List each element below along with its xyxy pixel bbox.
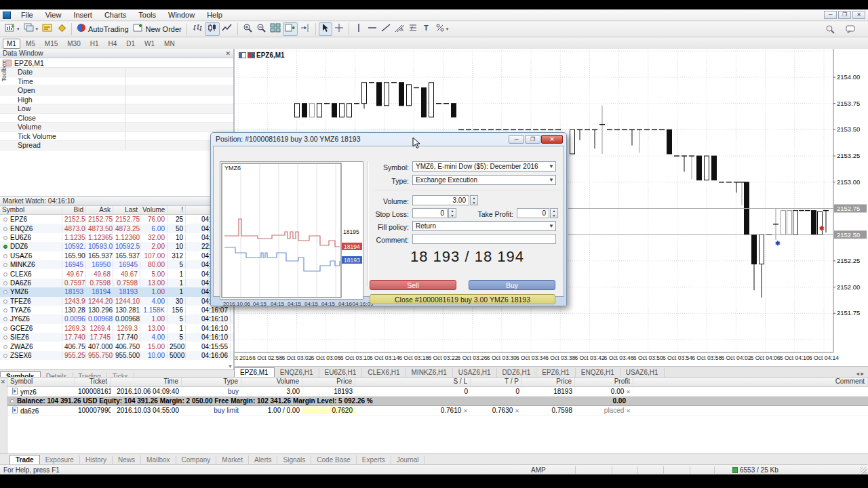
menu-file[interactable]: File [15, 10, 39, 20]
crosshair-button[interactable] [332, 22, 346, 36]
arrows-button[interactable]: ▾ [433, 22, 451, 36]
column-header-symbol[interactable]: Symbol [0, 206, 62, 214]
trade-table-row[interactable]: da6z610000799042016.10.03 04:55:00buy li… [7, 406, 868, 415]
stop-loss-input[interactable]: 0 [412, 208, 448, 218]
chart-tab-eu6z6h1[interactable]: EU6Z6,H1 [319, 368, 363, 377]
close-icon[interactable]: ✕ [852, 11, 865, 19]
line-chart-button[interactable] [220, 22, 235, 36]
stop-loss-stepper[interactable]: ▲▼ [448, 208, 456, 218]
timeframe-m1[interactable]: M1 [3, 39, 20, 49]
column-header-[interactable]: ! [167, 206, 186, 214]
chart-tab-ddz6h1[interactable]: DDZ6,H1 [497, 368, 537, 377]
minimize-icon[interactable]: ─ [824, 11, 837, 19]
trade-col-1[interactable]: Ticket [75, 378, 111, 386]
timeframe-m15[interactable]: M15 [41, 39, 62, 49]
buy-button[interactable]: Buy [469, 280, 555, 290]
market-watch-row[interactable]: DA6Z60.75970.75980.759813.00104:16:10 [0, 279, 233, 287]
close-icon[interactable]: ✕ [225, 50, 231, 57]
chart-tab-epz6m1[interactable]: EPZ6,M1 [234, 367, 275, 377]
toolbox-vertical-label[interactable]: Toolbox [1, 58, 7, 85]
autotrading-button[interactable]: AutoTrading [75, 22, 131, 36]
candles-button[interactable] [205, 22, 220, 36]
toolbox-tab-company[interactable]: Company [176, 455, 217, 464]
timeframe-m5[interactable]: M5 [22, 39, 39, 49]
toolbox-tab-news[interactable]: News [113, 455, 141, 464]
timeframe-w1[interactable]: W1 [140, 39, 159, 49]
chart-tab-usaz6h1[interactable]: USAZ6,H1 [620, 368, 665, 377]
hline-button[interactable] [366, 22, 379, 36]
volume-input[interactable]: 3.00 [412, 195, 469, 205]
trade-table-row[interactable]: ymz610000816192016.10.06 04:09:40buy3.00… [7, 387, 868, 396]
close-icon[interactable]: ✕ [515, 408, 519, 414]
favorites-button[interactable] [55, 22, 68, 36]
market-watch-row[interactable]: GCEZ61269.31269.41269.313.00104:16:10 [0, 324, 233, 333]
comment-input[interactable] [412, 234, 556, 244]
chart-tab-usaz6h1[interactable]: USAZ6,H1 [453, 368, 497, 377]
symbol-select[interactable]: YMZ6, E-mini Dow ($5): December 2016 ▼ [412, 161, 556, 171]
close-icon[interactable]: ✕ [1, 379, 5, 385]
trade-col-2[interactable]: Time [111, 378, 182, 386]
market-watch-row[interactable]: SIEZ617.74017.74517.7404.00504:16:10 [0, 333, 233, 342]
take-profit-input[interactable]: 0 [517, 208, 549, 218]
market-watch-row[interactable]: ZSEX6955.2500955.7500955.500010.00500004… [0, 351, 233, 360]
sell-button[interactable]: Sell [370, 280, 456, 290]
market-watch-row[interactable]: TFEZ61243.901244.201244.104.003004:16:07 [0, 297, 233, 306]
trade-col-8[interactable]: Price [522, 378, 575, 386]
trade-col-9[interactable]: Profit [575, 378, 633, 386]
market-watch-row[interactable]: JY6Z60.00968850.00968900.00968801.00504:… [0, 314, 233, 323]
menu-charts[interactable]: Charts [98, 10, 132, 20]
column-header-ask[interactable]: Ask [86, 206, 113, 214]
close-position-button[interactable]: Close #1000081619 buy 3.00 YMZ6 18193 [370, 294, 555, 304]
toolbox-tab-journal[interactable]: Journal [391, 455, 425, 464]
market-watch-row[interactable]: MINKZ616945169501694580.00504:16:08 [0, 260, 233, 269]
market-watch-row[interactable]: ZWAZ6406.7500407.0000406.750015.00250004… [0, 342, 233, 350]
trade-col-7[interactable]: T / P [471, 378, 522, 386]
close-icon[interactable]: ✕ [626, 408, 631, 414]
trade-col-0[interactable]: Symbol [7, 378, 75, 386]
close-icon[interactable]: ✕ [626, 389, 631, 395]
menu-tools[interactable]: Tools [132, 10, 162, 20]
menu-view[interactable]: View [39, 10, 68, 20]
chart-tab-clex6h1[interactable]: CLEX6,H1 [362, 368, 406, 377]
market-watch-row[interactable]: CLEX649.6749.6849.675.00104:16:09 [0, 269, 233, 278]
toolbox-tab-experts[interactable]: Experts [357, 455, 391, 464]
chart-shift-button[interactable] [298, 22, 313, 36]
menu-help[interactable]: Help [201, 10, 229, 20]
text-tool-button[interactable]: T [420, 22, 433, 36]
new-chart-button[interactable]: +▾ [3, 22, 22, 36]
menu-window[interactable]: Window [162, 10, 201, 20]
toolbox-tab-exposure[interactable]: Exposure [40, 455, 80, 464]
scroll-down-icon[interactable]: ▼ [228, 364, 233, 369]
toolbox-tab-signals[interactable]: Signals [277, 455, 311, 464]
auto-scroll-button[interactable] [283, 22, 298, 36]
take-profit-stepper[interactable]: ▲▼ [550, 208, 558, 218]
zoom-in-button[interactable] [241, 22, 254, 36]
timeframe-m30[interactable]: M30 [63, 39, 84, 49]
trendline-button[interactable] [379, 22, 393, 36]
market-watch-row[interactable]: EPZ62152.502152.752152.7576.002504:16:10 [0, 215, 233, 224]
search-button[interactable] [823, 22, 837, 36]
column-header-last[interactable]: Last [113, 206, 140, 214]
restore-icon[interactable]: ❐ [838, 11, 851, 19]
tab-scroll-arrows[interactable]: ◂ ▸ [856, 370, 868, 377]
volume-stepper[interactable]: ▲▼ [470, 195, 478, 205]
chart-tab-enqz6h1[interactable]: ENQZ6,H1 [275, 368, 319, 377]
trade-col-3[interactable]: Type [182, 378, 241, 386]
minimize-icon[interactable]: ─ [509, 135, 524, 144]
type-select[interactable]: Exchange Execution ▼ [412, 175, 556, 185]
chart-tab-epz6h1[interactable]: EPZ6,H1 [536, 368, 576, 377]
timeframe-mn[interactable]: MN [160, 39, 179, 49]
market-watch-row[interactable]: EU6Z61.123551.123651.1236032.001004:16:1… [0, 233, 233, 242]
chart-tab-minkz6h1[interactable]: MINKZ6,H1 [406, 368, 453, 377]
fill-policy-select[interactable]: Return ▼ [412, 221, 556, 231]
column-header-bid[interactable]: Bid [62, 206, 86, 214]
chat-button[interactable] [844, 22, 859, 36]
trade-table-headers[interactable]: SymbolTicketTimeTypeVolumePriceS / LT / … [7, 378, 868, 387]
timeframe-h1[interactable]: H1 [86, 39, 103, 49]
market-watch-row[interactable]: TYAZ6130.2813130.2969130.28131.158K15604… [0, 306, 233, 314]
chart-tab-enqz6h1[interactable]: ENQZ6,H1 [576, 368, 620, 377]
column-header-volume[interactable]: Volume [140, 206, 167, 214]
market-watch-row[interactable]: DDZ610592.010593.010592.52.001022:59:59 [0, 242, 233, 251]
tile-windows-button[interactable] [268, 22, 283, 36]
resize-grip[interactable] [860, 467, 867, 474]
